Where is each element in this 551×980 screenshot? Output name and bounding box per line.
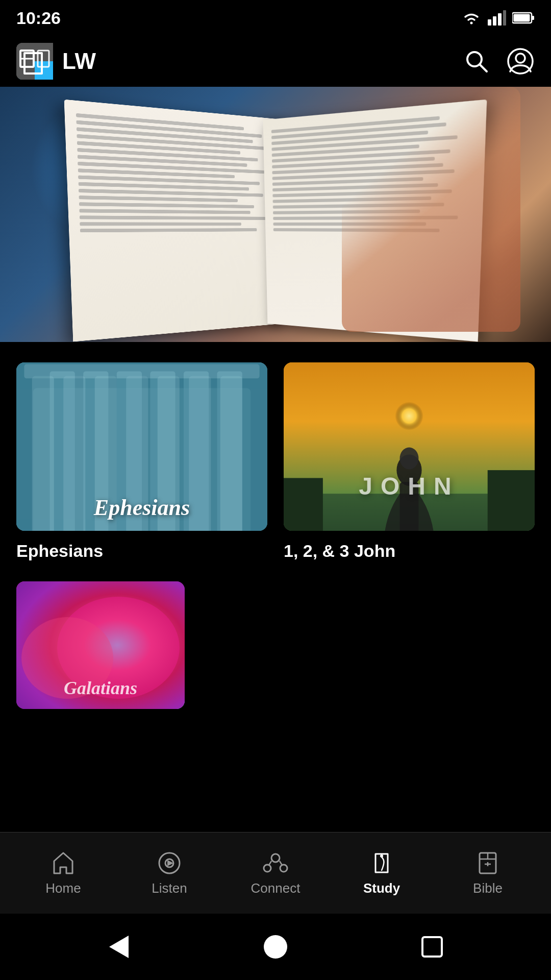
nav-item-connect[interactable]: Connect [222, 845, 329, 901]
study-icon [368, 850, 395, 876]
svg-point-49 [280, 865, 287, 872]
john-overlay-title: JOHN [284, 472, 535, 500]
ephesians-card[interactable]: Ephesians Ephesians [16, 362, 267, 561]
search-icon [463, 48, 490, 75]
back-button[interactable] [104, 932, 134, 962]
john-background [284, 362, 535, 531]
svg-point-40 [400, 448, 419, 470]
logo-icon [16, 43, 53, 80]
back-icon [109, 936, 129, 958]
recents-icon [421, 936, 443, 958]
home-button[interactable] [260, 932, 291, 962]
ephesians-card-image: Ephesians [16, 362, 267, 531]
svg-line-50 [269, 861, 271, 865]
home-label: Home [45, 880, 81, 896]
battery-icon [512, 11, 535, 24]
status-icons [461, 10, 535, 26]
svg-rect-6 [514, 14, 530, 22]
hero-image [0, 87, 551, 342]
svg-rect-5 [532, 16, 534, 20]
bible-icon [474, 850, 501, 876]
ephesians-label: Ephesians [16, 541, 267, 561]
bottom-nav: Home Listen Connect Study [0, 832, 551, 914]
bible-label: Bible [473, 880, 503, 896]
listen-label: Listen [152, 880, 187, 896]
wifi-icon [461, 10, 482, 26]
nav-item-home[interactable]: Home [10, 845, 116, 901]
search-button[interactable] [463, 48, 490, 75]
svg-rect-0 [488, 19, 491, 26]
john-label: 1, 2, & 3 John [284, 541, 535, 561]
john-sunset-art [284, 362, 535, 531]
content-area: Ephesians Ephesians [0, 342, 551, 729]
cards-grid: Ephesians Ephesians [16, 362, 535, 561]
status-time: 10:26 [16, 8, 61, 28]
svg-rect-10 [35, 43, 53, 61]
svg-rect-28 [24, 364, 259, 379]
profile-button[interactable] [506, 47, 535, 76]
listen-icon [156, 850, 183, 876]
galatians-card-image: Galatians [16, 581, 185, 709]
home-icon [50, 850, 77, 876]
nav-actions [463, 47, 535, 76]
connect-icon [262, 850, 289, 876]
svg-line-16 [480, 65, 487, 71]
system-nav [0, 914, 551, 980]
svg-rect-11 [35, 61, 53, 80]
ephesians-overlay-title: Ephesians [16, 495, 267, 521]
bible-page-left [64, 100, 288, 342]
signal-icon [488, 10, 506, 26]
recents-button[interactable] [417, 932, 447, 962]
svg-line-51 [280, 861, 282, 865]
profile-icon [506, 47, 535, 76]
brand-logo [16, 43, 53, 80]
top-nav: LW [0, 36, 551, 87]
nav-item-study[interactable]: Study [329, 845, 435, 901]
john-card-image: JOHN [284, 362, 535, 531]
svg-point-52 [380, 854, 383, 857]
nav-item-bible[interactable]: Bible [435, 845, 541, 901]
nav-brand: LW [16, 43, 96, 80]
study-label: Study [363, 880, 400, 896]
svg-rect-8 [16, 43, 35, 80]
svg-rect-1 [493, 16, 496, 26]
svg-rect-2 [498, 13, 502, 26]
connect-label: Connect [251, 880, 300, 896]
svg-point-18 [516, 54, 525, 63]
svg-rect-3 [503, 10, 506, 26]
svg-point-47 [271, 854, 280, 862]
galatians-overlay-title: Galatians [16, 677, 185, 699]
john-card[interactable]: JOHN 1, 2, & 3 John [284, 362, 535, 561]
home-nav-icon [264, 935, 287, 959]
status-bar: 10:26 [0, 0, 551, 36]
galatians-card-container[interactable]: Galatians [16, 581, 535, 709]
hand-overlay [342, 87, 520, 332]
page-left-content [64, 100, 288, 244]
brand-name: LW [62, 48, 96, 74]
nav-item-listen[interactable]: Listen [116, 845, 222, 901]
svg-point-48 [264, 865, 271, 872]
